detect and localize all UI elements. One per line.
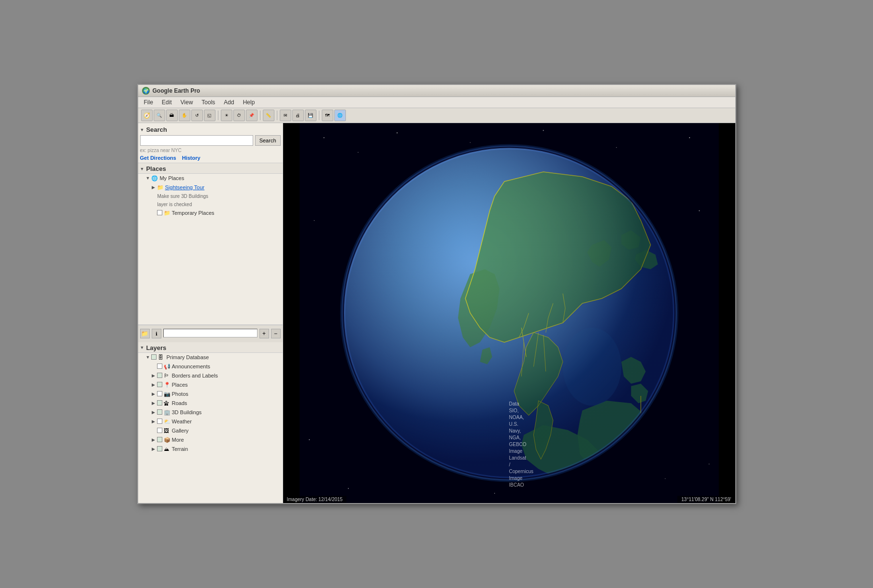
map-area[interactable]: Data SIO, NOAA, U.S. Navy, NGA, GEBCO Im… (283, 123, 735, 503)
photos-item[interactable]: ▶ 📷 Photos (138, 390, 283, 399)
gallery-checkbox[interactable] (157, 428, 162, 433)
primary-database-item[interactable]: ▼ 🗄 Primary Database (138, 353, 283, 362)
more-item[interactable]: ▶ 📦 More (138, 435, 283, 445)
get-directions-link[interactable]: Get Directions (140, 155, 176, 161)
places-layer-checkbox[interactable] (157, 382, 162, 387)
earth-button[interactable]: 🌐 (334, 110, 346, 121)
search-input[interactable] (140, 135, 253, 146)
my-places-label: My Places (159, 175, 184, 182)
announcements-item[interactable]: 📢 Announcements (138, 362, 283, 371)
places-folder-btn[interactable]: 📁 (140, 329, 150, 338)
menu-help[interactable]: Help (239, 98, 259, 107)
svg-point-5 (543, 130, 544, 131)
roads-checkbox[interactable] (157, 400, 162, 406)
history-link[interactable]: History (182, 155, 200, 161)
print-button[interactable]: 🖨 (292, 110, 304, 121)
roads-icon: 🛣 (164, 400, 171, 407)
ruler-button[interactable]: 📏 (263, 110, 274, 121)
add-placemark-button[interactable]: 📌 (246, 110, 258, 121)
weather-label: Weather (172, 418, 192, 425)
email-button[interactable]: ✉ (280, 110, 291, 121)
temporary-places-item[interactable]: 📁 Temporary Places (138, 209, 283, 218)
places-layer-item[interactable]: ▶ 📍 Places (138, 380, 283, 390)
app-title: Google Earth Pro (153, 87, 200, 94)
borders-checkbox[interactable] (157, 373, 162, 378)
toolbar: 🧭 🔍 🏔 ✋ ↺ ◱ ☀ ⏱ 📌 📏 ✉ 🖨 💾 🗺 🌐 (138, 108, 735, 123)
tilt-button[interactable]: ◱ (204, 110, 215, 121)
layers-panel-title: Layers (146, 344, 166, 351)
places-layer-icon: 📍 (164, 382, 171, 389)
sightseeing-tour-label: Sightseeing Tour (165, 184, 205, 191)
my-places-item[interactable]: ▼ 🌐 My Places (138, 174, 283, 183)
layers-panel-header: ▼ Layers (138, 342, 283, 353)
search-panel: ▼ Search Search ex: pizza near NYC Get D… (138, 123, 283, 163)
search-hint: ex: pizza near NYC (140, 148, 281, 153)
places-layer-expander: ▶ (152, 382, 156, 387)
places-layer-label: Places (172, 381, 188, 388)
more-checkbox[interactable] (157, 437, 162, 442)
svg-point-8 (314, 220, 315, 221)
roads-label: Roads (172, 400, 187, 406)
gallery-item[interactable]: 🖼 Gallery (138, 426, 283, 435)
primary-db-expander: ▼ (146, 355, 150, 360)
more-label: More (172, 436, 184, 443)
borders-item[interactable]: ▶ 🏳 Borders and Labels (138, 371, 283, 380)
weather-checkbox[interactable] (157, 419, 162, 424)
buildings-item[interactable]: ▶ 🏢 3D Buildings (138, 408, 283, 417)
svg-point-6 (616, 147, 617, 148)
announcements-checkbox[interactable] (157, 364, 162, 369)
menu-view[interactable]: View (177, 98, 197, 107)
buildings-icon: 🏢 (164, 409, 171, 416)
app-window: 🌍 Google Earth Pro File Edit View Tools … (137, 84, 736, 504)
sunlight-button[interactable]: ☀ (221, 110, 232, 121)
menu-file[interactable]: File (140, 98, 157, 107)
hand-button[interactable]: ✋ (179, 110, 190, 121)
layers-collapse-icon[interactable]: ▼ (140, 345, 144, 350)
weather-item[interactable]: ▶ ⛅ Weather (138, 417, 283, 426)
places-info-btn[interactable]: ℹ (152, 329, 161, 338)
temp-places-label: Temporary Places (172, 210, 215, 216)
borders-expander: ▶ (152, 373, 156, 378)
map-button[interactable]: 🗺 (322, 110, 333, 121)
coordinates: 13°11'08.29" N 112°59' (677, 496, 735, 503)
places-progress-bar (163, 329, 258, 337)
svg-point-3 (396, 132, 397, 133)
menu-edit[interactable]: Edit (158, 98, 176, 107)
terrain-icon: ⛰ (164, 446, 171, 453)
weather-expander: ▶ (152, 419, 156, 424)
search-button[interactable]: Search (255, 135, 281, 146)
svg-point-13 (348, 488, 349, 489)
photos-checkbox[interactable] (157, 391, 162, 396)
note-1-item: Make sure 3D Buildings (138, 192, 283, 200)
save-image-button[interactable]: 💾 (305, 110, 316, 121)
map-status-bar: Imagery Date: 12/14/2015 13°11'08.29" N … (283, 496, 735, 503)
menu-bar: File Edit View Tools Add Help (138, 97, 735, 108)
places-panel: ▼ Places ▼ 🌐 My Places ▶ 📁 Sightseeing T… (138, 163, 283, 325)
zoom-out-button[interactable]: 🏔 (166, 110, 178, 121)
places-remove-btn[interactable]: − (271, 329, 281, 338)
my-places-expander: ▼ (146, 176, 150, 181)
terrain-item[interactable]: ▶ ⛰ Terrain (138, 445, 283, 454)
my-places-icon: 🌐 (151, 175, 158, 182)
search-collapse-icon[interactable]: ▼ (140, 127, 144, 132)
rotate-button[interactable]: ↺ (191, 110, 203, 121)
zoom-in-button[interactable]: 🔍 (154, 110, 165, 121)
historical-button[interactable]: ⏱ (233, 110, 245, 121)
places-add-btn[interactable]: + (259, 329, 269, 338)
primary-db-checkbox[interactable] (151, 354, 157, 360)
roads-item[interactable]: ▶ 🛣 Roads (138, 399, 283, 408)
search-panel-title: Search (146, 126, 167, 133)
menu-add[interactable]: Add (220, 98, 238, 107)
places-panel-title: Places (146, 165, 166, 172)
terrain-checkbox[interactable] (157, 446, 162, 451)
buildings-checkbox[interactable] (157, 409, 162, 415)
temp-places-checkbox[interactable] (157, 210, 162, 215)
places-collapse-icon[interactable]: ▼ (140, 167, 144, 171)
main-area: ▼ Search Search ex: pizza near NYC Get D… (138, 123, 735, 503)
nav-button[interactable]: 🧭 (141, 110, 153, 121)
announcements-icon: 📢 (164, 364, 171, 370)
menu-tools[interactable]: Tools (198, 98, 219, 107)
sightseeing-icon: 📁 (157, 184, 164, 191)
sightseeing-tour-item[interactable]: ▶ 📁 Sightseeing Tour (138, 183, 283, 192)
svg-point-10 (708, 463, 709, 464)
